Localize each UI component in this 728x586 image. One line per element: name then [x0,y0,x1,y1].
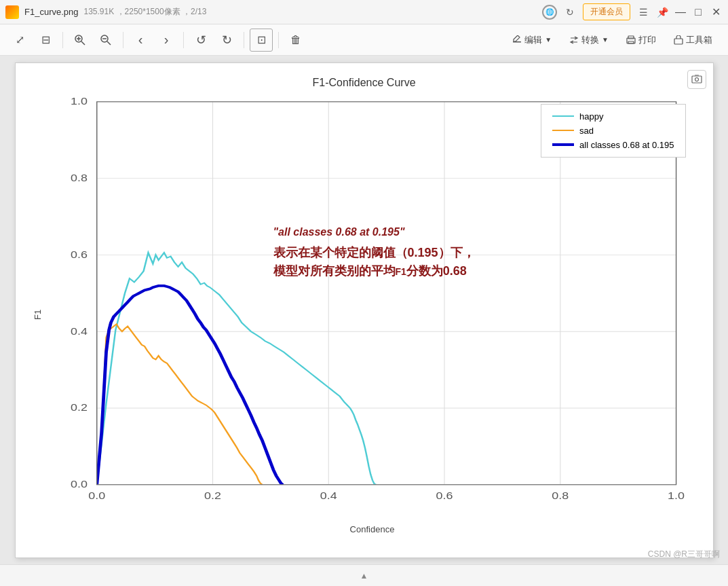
svg-line-5 [107,41,111,45]
svg-text:0.8: 0.8 [71,172,88,183]
svg-text:0.6: 0.6 [436,490,453,501]
svg-rect-9 [628,36,634,39]
app-logo [5,5,19,19]
svg-text:0.4: 0.4 [320,490,337,501]
legend-label-sad: sad [579,126,594,136]
svg-text:1.0: 1.0 [71,96,88,107]
svg-text:0.2: 0.2 [71,402,88,413]
chart-container: F1-Confidence Curve F1 [29,77,700,537]
legend: happy sad all classes 0.68 at 0.195 [541,104,685,158]
svg-rect-14 [695,75,699,76]
svg-text:0.2: 0.2 [204,490,221,501]
minimize-button[interactable]: — [674,6,687,18]
chart-plot-area: 1.0 0.8 0.6 0.4 0.2 0.0 0.0 0.2 0.4 0.6 … [45,94,700,534]
window-controls: ☰ 📌 — □ ✕ [636,5,723,20]
svg-text:0.6: 0.6 [71,249,88,259]
svg-line-1 [81,41,85,45]
y-axis-label: F1 [29,94,45,534]
rotate-left-button[interactable]: ↺ [189,29,212,52]
prev-page-button[interactable]: ‹ [129,29,152,52]
file-meta: 135.91K ，2250*1500像素 ，2/13 [84,6,207,18]
nav-icon: ↻ [562,5,577,20]
legend-line-happy [552,115,574,117]
toolbar: ⤢ ⊟ ‹ › ↺ ↻ ⊡ 🗑 编辑 ▼ 转换 ▼ 打印 工具箱 [0,24,728,56]
zoom-out-button[interactable] [94,29,117,52]
delete-button[interactable]: 🗑 [284,29,307,52]
legend-label-all-classes: all classes 0.68 at 0.195 [579,140,674,150]
separator [62,32,63,48]
convert-button[interactable]: 转换 ▼ [562,30,616,50]
svg-rect-11 [674,39,683,44]
legend-item-happy: happy [552,111,674,122]
main-content: F1-Confidence Curve F1 [0,56,728,564]
separator3 [183,32,184,48]
svg-text:0.0: 0.0 [71,478,88,489]
svg-text:0.4: 0.4 [71,325,88,336]
x-axis-label: Confidence [45,521,700,534]
next-page-button[interactable]: › [155,29,178,52]
pin-icon: 📌 [655,5,670,20]
rotate-right-button[interactable]: ↻ [215,29,238,52]
legend-item-all-classes: all classes 0.68 at 0.195 [552,140,674,150]
chart-title: F1-Confidence Curve [29,77,700,89]
chart-inner: F1 [29,94,700,534]
separator2 [123,32,123,48]
legend-label-happy: happy [579,111,603,122]
legend-line-sad [552,130,574,131]
legend-line-all-classes [552,143,574,146]
globe-icon[interactable]: 🌐 [542,5,557,20]
filename: F1_curve.png [24,7,79,17]
svg-rect-16 [96,101,676,484]
frame-button[interactable]: ⊡ [250,29,273,52]
separator5 [278,32,279,48]
zoom-in-button[interactable] [69,29,92,52]
print-button[interactable]: 打印 [619,30,664,50]
legend-item-sad: sad [552,126,674,136]
bottom-arrow: ▲ [360,571,368,581]
separator4 [244,32,244,48]
edit-button[interactable]: 编辑 ▼ [505,30,559,50]
bottom-bar: ▲ [0,564,728,586]
toolbox-button[interactable]: 工具箱 [666,30,720,50]
svg-text:0.0: 0.0 [88,490,105,501]
watermark: CSDN @R三哥哥啊 [648,549,720,560]
fit-button[interactable]: ⊟ [34,29,57,52]
maximize-button[interactable]: □ [691,6,705,18]
menu-icon: ☰ [636,5,651,20]
svg-rect-10 [628,41,634,43]
svg-text:0.8: 0.8 [552,490,569,501]
chart-svg: 1.0 0.8 0.6 0.4 0.2 0.0 0.0 0.2 0.4 0.6 … [45,94,700,521]
title-bar: F1_curve.png 135.91K ，2250*1500像素 ，2/13 … [0,0,728,24]
member-button[interactable]: 开通会员 [583,3,630,20]
svg-text:1.0: 1.0 [668,490,685,501]
image-viewer: F1-Confidence Curve F1 [15,62,714,558]
close-button[interactable]: ✕ [709,5,723,18]
fullscreen-button[interactable]: ⤢ [8,29,31,52]
